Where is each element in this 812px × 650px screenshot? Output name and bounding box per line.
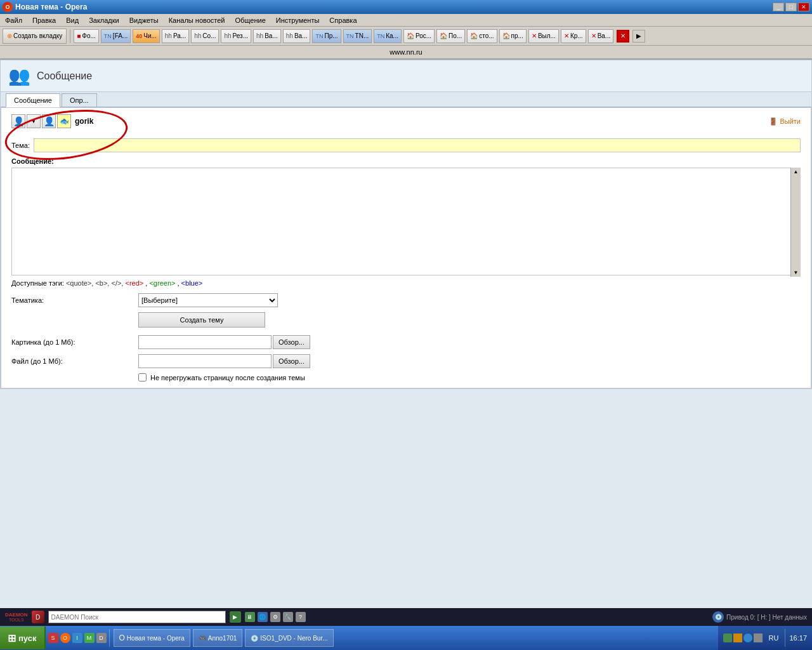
- menu-help[interactable]: Справка: [327, 15, 359, 25]
- bookmark-kr[interactable]: ✕ Кр...: [561, 29, 586, 43]
- bookmark-icon-pr2: 🏠: [502, 32, 510, 39]
- image-browse-button[interactable]: Обзор...: [273, 335, 310, 349]
- image-upload-row: Картинка (до 1 Мб): Обзор...: [11, 335, 801, 349]
- no-reload-checkbox[interactable]: [138, 373, 147, 381]
- message-section: Сообщение: ▲ ▼: [11, 157, 801, 277]
- daemon-icon-3[interactable]: ⚙: [270, 612, 280, 622]
- file-browse-button[interactable]: Обзор...: [273, 354, 310, 368]
- language-indicator: RU: [766, 634, 782, 642]
- bookmark-icon-co: hh: [194, 32, 201, 39]
- bookmark-vyl[interactable]: ✕ Выл...: [528, 29, 559, 43]
- menu-tools[interactable]: Инструменты: [273, 15, 322, 25]
- scrollbar[interactable]: ▲ ▼: [790, 168, 801, 277]
- daemon-search-input[interactable]: [48, 611, 226, 623]
- menu-widgets[interactable]: Виджеты: [127, 15, 161, 25]
- bookmark-icon: ■: [77, 32, 81, 39]
- daemon-right: 💿 Привод 0: [ H: ] Нет данных: [712, 611, 807, 623]
- close-button[interactable]: ✕: [798, 3, 809, 11]
- taskbar: ⊞ пуск S O I M D O Новая тема - Opera 🎮 …: [0, 626, 812, 650]
- tab-message[interactable]: Сообщение: [6, 93, 60, 107]
- daemon-icon-5[interactable]: ?: [296, 612, 306, 622]
- taskbar-app-opera[interactable]: O Новая тема - Opera: [114, 629, 190, 647]
- toolbar: ⊕ Создать вкладку ■ Фо... TN [FA... 40 Ч…: [0, 27, 812, 46]
- user-icon-btn-2[interactable]: 👤: [42, 114, 56, 128]
- bookmark-va1[interactable]: hh Ва...: [253, 29, 281, 43]
- new-tab-button[interactable]: ⊕ Создать вкладку: [3, 29, 67, 44]
- bookmark-fa[interactable]: TN [FA...: [101, 29, 131, 43]
- bookmark-icon-rez: hh: [224, 32, 231, 39]
- user-bar: 👤 ▼ 👤 🐟 gorik 🚪 Выйти: [11, 114, 801, 133]
- scroll-up-icon[interactable]: ▲: [794, 169, 799, 175]
- taskbar-app-nero-label: ISO1_DVD - Nero Bur...: [260, 635, 327, 642]
- quicklaunch-icon-1[interactable]: S: [48, 633, 58, 643]
- opera-icon: O: [3, 2, 13, 12]
- logout-icon: 🚪: [769, 117, 778, 126]
- bookmark-fo[interactable]: ■ Фо...: [74, 29, 99, 43]
- start-button[interactable]: ⊞ пуск: [0, 627, 46, 649]
- tag-b: <b>,: [95, 279, 111, 287]
- bookmark-ros[interactable]: 🏠 Рос...: [403, 29, 435, 43]
- menu-messaging[interactable]: Общение: [233, 15, 268, 25]
- bookmark-icon-ka: TN: [377, 33, 384, 39]
- clock: 16:17: [789, 634, 807, 642]
- user-icon-dropdown[interactable]: ▼: [27, 114, 41, 128]
- daemon-icon-logo: D: [32, 611, 44, 623]
- scroll-down-icon[interactable]: ▼: [794, 270, 799, 275]
- menu-bookmarks[interactable]: Закладки: [86, 15, 122, 25]
- bookmark-tn[interactable]: TN ТN...: [343, 29, 372, 43]
- bookmark-chi[interactable]: 40 Чи...: [133, 29, 160, 43]
- daemon-search-btn[interactable]: ▶: [230, 611, 241, 623]
- daemon-logo-text: DAEMON: [5, 613, 28, 618]
- bookmark-rez[interactable]: hh Рез...: [221, 29, 251, 43]
- user-icon-btn-1[interactable]: 👤: [11, 114, 25, 128]
- bookmark-ka[interactable]: TN Ка...: [374, 29, 402, 43]
- quicklaunch-icon-2[interactable]: O: [60, 633, 70, 643]
- bookmark-va3[interactable]: ✕ Ва...: [588, 29, 614, 43]
- daemon-logo: DAEMON TOOLS: [5, 613, 28, 622]
- logout-label: Выйти: [780, 117, 801, 125]
- window-controls[interactable]: _ □ ✕: [773, 3, 809, 11]
- daemon-icon-4[interactable]: 🔧: [283, 612, 293, 622]
- file-input[interactable]: [138, 354, 272, 368]
- tag-green: <green>: [149, 279, 175, 287]
- bookmark-ra[interactable]: hh Ра...: [162, 29, 189, 43]
- username: gorik: [75, 117, 93, 126]
- menu-file[interactable]: Файл: [3, 15, 25, 25]
- bookmark-va2[interactable]: hh Ва...: [283, 29, 311, 43]
- minimize-button[interactable]: _: [773, 3, 784, 11]
- bookmark-pr[interactable]: TN Пр...: [312, 29, 341, 43]
- taskbar-app-nero[interactable]: 💿 ISO1_DVD - Nero Bur...: [245, 629, 333, 647]
- menu-news[interactable]: Каналы новостей: [166, 15, 228, 25]
- no-reload-label[interactable]: Не перегружать страницу после создания т…: [150, 374, 305, 381]
- menu-edit[interactable]: Правка: [30, 15, 58, 25]
- message-textarea[interactable]: [11, 168, 801, 275]
- close-tab-button[interactable]: ✕: [617, 30, 629, 43]
- image-file-input[interactable]: [138, 335, 272, 349]
- title-bar: O Новая тема - Opera _ □ ✕: [0, 0, 812, 14]
- bookmark-co[interactable]: hh Со...: [191, 29, 219, 43]
- logout-button[interactable]: 🚪 Выйти: [769, 117, 801, 126]
- maximize-button[interactable]: □: [785, 3, 797, 11]
- daemon-tools-icons: 🖥 🌐 ⚙ 🔧 ?: [245, 612, 306, 622]
- quicklaunch-icon-3[interactable]: I: [72, 633, 82, 643]
- create-topic-button[interactable]: Создать тему: [138, 312, 265, 328]
- tab-other[interactable]: Опр...: [62, 93, 97, 107]
- daemon-icon-2[interactable]: 🌐: [258, 612, 268, 622]
- bookmark-po[interactable]: 🏠 По...: [436, 29, 465, 43]
- file-upload-row: Файл (до 1 Мб): Обзор...: [11, 354, 801, 368]
- bookmark-icon-po: 🏠: [440, 32, 447, 39]
- system-tray: [723, 633, 763, 642]
- bookmark-pr2[interactable]: 🏠 пр...: [499, 29, 527, 43]
- menu-view[interactable]: Вид: [63, 15, 81, 25]
- taskbar-app-anno[interactable]: 🎮 Anno1701: [193, 629, 243, 647]
- expand-button[interactable]: ▶: [632, 30, 645, 43]
- user-icon-btn-3[interactable]: 🐟: [57, 114, 71, 128]
- daemon-icon-1[interactable]: 🖥: [245, 612, 255, 622]
- bookmark-sto[interactable]: 🏠 сто...: [467, 29, 497, 43]
- thematic-select[interactable]: [Выберите]: [138, 293, 278, 307]
- daemon-logo-tools: TOOLS: [9, 618, 24, 622]
- file-upload-label: Файл (до 1 Мб):: [11, 357, 138, 365]
- quicklaunch-icon-4[interactable]: M: [84, 633, 95, 643]
- subject-input[interactable]: [34, 138, 801, 152]
- quicklaunch-icon-5[interactable]: D: [96, 633, 107, 643]
